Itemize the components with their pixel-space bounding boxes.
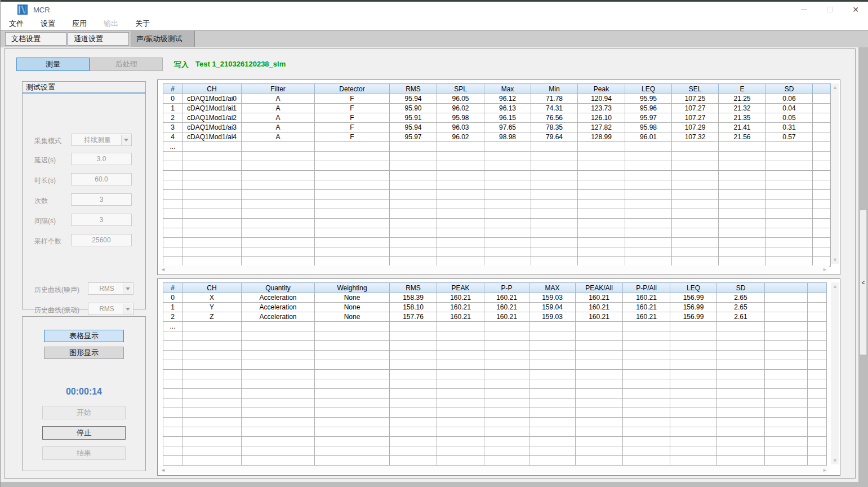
column-header[interactable]: Filter	[242, 84, 315, 94]
column-header[interactable]: CH	[182, 84, 242, 94]
table-row[interactable]: 0XAccelerationNone158.39160.21160.21159.…	[163, 293, 827, 303]
vibration-table-horizontal-scrollbar[interactable]: ◄ ►	[159, 466, 829, 474]
maximize-button[interactable]	[817, 2, 843, 17]
table-row[interactable]: 2ZAccelerationNone157.76160.21160.21159.…	[163, 312, 827, 322]
column-header[interactable]: #	[163, 84, 182, 94]
column-header[interactable]	[765, 283, 808, 293]
minimize-button[interactable]	[791, 2, 817, 17]
table-row[interactable]	[163, 370, 827, 379]
column-header[interactable]: Peak	[578, 84, 625, 94]
table-row[interactable]	[163, 219, 831, 228]
table-row[interactable]	[163, 228, 831, 238]
tab-document-settings[interactable]: 文档设置	[5, 32, 66, 46]
column-header[interactable]: Min	[531, 84, 578, 94]
column-header[interactable]: RMS	[390, 84, 437, 94]
column-header[interactable]: PEAK	[437, 283, 484, 293]
duration-input[interactable]: 60.0	[71, 173, 132, 185]
table-display-button[interactable]: 表格显示	[44, 330, 124, 342]
count-input[interactable]: 3	[71, 193, 132, 206]
sample-count-input[interactable]: 25600	[71, 234, 132, 246]
table-row[interactable]	[163, 437, 827, 446]
table-row[interactable]: 2cDAQ1Mod1/ai2AF95.9195.9896.1576.56126.…	[163, 113, 831, 123]
menu-item-about[interactable]: 关于	[133, 17, 152, 30]
scroll-down-icon[interactable]: ▼	[833, 257, 838, 263]
table-row[interactable]	[163, 399, 827, 408]
column-header[interactable]: P-P/All	[623, 283, 670, 293]
column-header[interactable]: SEL	[672, 84, 719, 94]
table-row[interactable]	[163, 341, 827, 351]
table-row[interactable]	[163, 408, 827, 418]
scroll-up-icon[interactable]: ▲	[833, 85, 838, 90]
column-header[interactable]: SPL	[437, 84, 484, 94]
measure-mode-button[interactable]: 测量	[16, 57, 90, 71]
table-row[interactable]: ...	[163, 322, 827, 331]
table-row[interactable]	[163, 379, 827, 389]
column-header[interactable]: RMS	[390, 283, 437, 293]
tab-channel-settings[interactable]: 通道设置	[68, 32, 129, 46]
column-header[interactable]: LEQ	[625, 84, 672, 94]
interval-input[interactable]: 3	[71, 214, 132, 226]
column-header[interactable]: SD	[766, 84, 813, 94]
stop-button[interactable]: 停止	[42, 426, 126, 440]
column-header[interactable]: SD	[717, 283, 765, 293]
delay-input[interactable]: 3.0	[71, 153, 132, 165]
acquisition-mode-dropdown[interactable]: 持续测量	[71, 134, 132, 146]
table-row[interactable]	[163, 389, 827, 399]
column-header[interactable]: PEAK/All	[576, 283, 623, 293]
table-row[interactable]	[163, 456, 827, 466]
menu-item-application[interactable]: 应用	[70, 17, 89, 30]
sound-table-vertical-scrollbar[interactable]: ▲ ▼	[831, 83, 839, 264]
table-row[interactable]: 4cDAQ1Mod1/ai4AF95.9796.0298.9879.64128.…	[163, 132, 831, 142]
table-row[interactable]	[163, 446, 827, 456]
column-header[interactable]: LEQ	[670, 283, 717, 293]
scroll-left-icon[interactable]: ◄	[161, 267, 166, 272]
table-row[interactable]	[163, 171, 831, 180]
table-row[interactable]	[163, 200, 831, 209]
scroll-right-icon[interactable]: ►	[822, 467, 827, 473]
vibration-table-vertical-scrollbar[interactable]: ▲ ▼	[831, 282, 839, 464]
history-curve-vibration-dropdown[interactable]: RMS	[88, 303, 133, 315]
table-row[interactable]	[163, 238, 831, 247]
table-row[interactable]: 0cDAQ1Mod1/ai0AF95.9496.0596.1271.78120.…	[163, 94, 831, 104]
column-header[interactable]: #	[163, 283, 182, 293]
postprocess-mode-button[interactable]: 后处理	[90, 57, 163, 71]
table-row[interactable]: 3cDAQ1Mod1/ai3AF95.9496.0397.6578.35127.…	[163, 123, 831, 132]
table-row[interactable]	[163, 427, 827, 437]
menu-item-settings[interactable]: 设置	[38, 17, 57, 30]
table-row[interactable]: 1cDAQ1Mod1/ai1AF95.9096.0296.1374.31123.…	[163, 104, 831, 113]
close-button[interactable]: ✕	[843, 2, 868, 17]
table-row[interactable]	[163, 360, 827, 370]
history-curve-noise-dropdown[interactable]: RMS	[88, 282, 133, 295]
column-header[interactable]	[813, 84, 831, 94]
sound-table-horizontal-scrollbar[interactable]: ◄ ►	[159, 265, 829, 273]
column-header[interactable]: MAX	[529, 283, 576, 293]
column-header[interactable]	[808, 283, 827, 293]
column-header[interactable]: CH	[182, 283, 242, 293]
column-header[interactable]: Max	[484, 84, 531, 94]
column-header[interactable]: E	[719, 84, 766, 94]
table-row[interactable]	[163, 351, 827, 360]
column-header[interactable]: Quantity	[242, 283, 315, 293]
table-row[interactable]: ...	[163, 142, 831, 152]
table-row[interactable]	[163, 247, 831, 257]
table-row[interactable]	[163, 257, 831, 267]
scroll-down-icon[interactable]: ▼	[833, 458, 838, 463]
tab-sound-vibration-test[interactable]: 声/振动级测试	[131, 31, 195, 47]
table-row[interactable]	[163, 331, 827, 341]
table-row[interactable]	[163, 161, 831, 171]
table-row[interactable]	[163, 418, 827, 427]
scroll-up-icon[interactable]: ▲	[833, 284, 838, 289]
column-header[interactable]: Weighting	[315, 283, 390, 293]
scroll-left-icon[interactable]: ◄	[161, 467, 166, 473]
table-row[interactable]	[163, 180, 831, 190]
column-header[interactable]: Detector	[315, 84, 390, 94]
panel-collapse-handle[interactable]: <	[860, 210, 867, 355]
table-row[interactable]	[163, 209, 831, 219]
table-row[interactable]	[163, 190, 831, 200]
table-row[interactable]: 1YAccelerationNone158.10160.21160.21159.…	[163, 303, 827, 312]
column-header[interactable]: P-P	[484, 283, 529, 293]
menu-item-file[interactable]: 文件	[7, 17, 26, 30]
graph-display-button[interactable]: 图形显示	[44, 347, 124, 359]
table-row[interactable]	[163, 152, 831, 161]
scroll-right-icon[interactable]: ►	[822, 267, 827, 272]
